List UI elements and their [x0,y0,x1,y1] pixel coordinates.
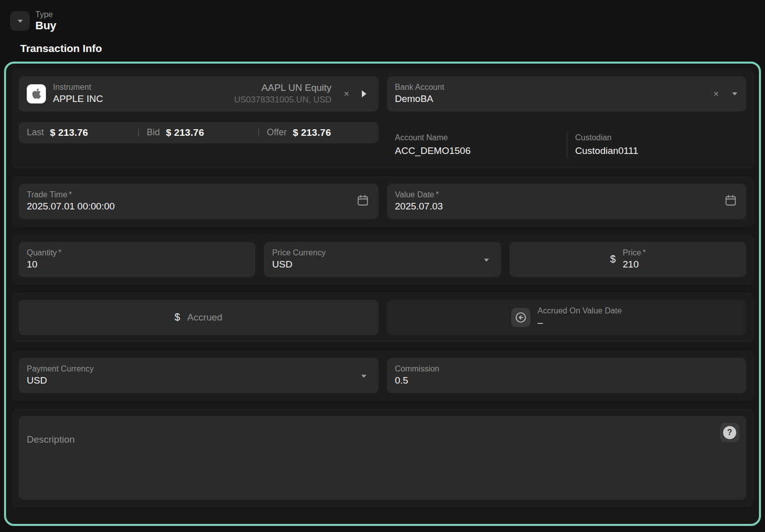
type-value: Buy [35,19,57,32]
type-display: Type Buy [35,10,57,32]
account-info-row: Account Name ACC_DEMO1506 Custodian Cust… [387,132,747,158]
quote-bid: Bid $ 213.76 [139,127,258,138]
bank-account-label: Bank Account [395,82,739,92]
custodian-value: Custodian0111 [575,144,738,158]
instrument-bank-section: Instrument APPLE INC AAPL UN Equity US03… [11,69,754,169]
accrued-field[interactable]: $ Accrued [19,300,378,335]
accrued-on-value-date-value: – [537,316,622,329]
quote-bid-value: $ 213.76 [166,127,204,138]
chevron-down-icon[interactable] [484,258,489,261]
accrued-on-value-date-field: Accrued On Value Date – [387,300,747,335]
chevron-down-icon [18,20,23,23]
price-currency-label: Price Currency [272,247,493,258]
description-section: Description ? [11,408,754,507]
value-date-label: Value Date* [395,189,739,200]
quantity-value: 10 [27,258,247,271]
account-name-label: Account Name [395,132,567,144]
market-quotes-bar: Last $ 213.76 Bid $ 213.76 Offer $ 213.7… [19,122,378,143]
instrument-column: Instrument APPLE INC AAPL UN Equity US03… [19,76,378,161]
type-label: Type [35,10,57,19]
commission-label: Commission [395,363,739,374]
custodian-block: Custodian Custodian0111 [567,132,738,158]
page-header: Type Buy Transaction Info [0,0,765,55]
accrued-on-value-date-label: Accrued On Value Date [537,305,622,316]
bank-account-clear-icon[interactable]: ✕ [713,90,719,97]
quantity-price-section: Quantity* 10 Price Currency USD $ Price*… [11,234,754,285]
instrument-codes: AAPL UN Equity US0378331005.UN, USD [234,81,332,106]
trade-time-value: 2025.07.01 00:00:00 [27,200,370,213]
help-button[interactable]: ? [720,423,739,442]
calendar-icon[interactable] [356,194,369,209]
payment-currency-label: Payment Currency [27,363,370,374]
quote-last-label: Last [27,127,44,138]
chevron-down-icon[interactable] [361,375,366,378]
quantity-label: Quantity* [27,247,247,258]
value-date-value: 2025.07.03 [395,200,739,213]
quote-offer-label: Offer [267,127,287,138]
value-date-field[interactable]: Value Date* 2025.07.03 [387,184,747,219]
calendar-icon[interactable] [724,194,737,209]
copy-back-button[interactable] [511,308,530,327]
quote-bid-label: Bid [147,127,160,138]
instrument-name: APPLE INC [53,92,103,105]
dates-section: Trade Time* 2025.07.01 00:00:00 Value Da… [11,176,754,227]
payment-commission-section: Payment Currency USD Commission 0.5 [11,350,754,401]
accrued-section: $ Accrued Accrued On Value Date – [11,292,754,343]
instrument-expand-icon[interactable] [362,90,366,97]
bank-account-value: DemoBA [395,92,739,105]
page-title: Transaction Info [20,42,765,55]
accrued-placeholder: Accrued [187,312,223,323]
quote-offer-value: $ 213.76 [293,127,331,138]
description-placeholder: Description [27,434,738,445]
instrument-field[interactable]: Instrument APPLE INC AAPL UN Equity US03… [19,76,378,112]
quote-last: Last $ 213.76 [19,127,138,138]
instrument-label: Instrument [53,82,103,92]
type-dropdown-button[interactable] [10,11,30,31]
price-value: 210 [623,258,646,271]
payment-currency-value: USD [27,374,370,387]
type-selector: Type Buy [10,10,765,32]
apple-logo-icon [27,84,46,103]
dollar-icon: $ [610,253,616,265]
bank-account-field[interactable]: Bank Account DemoBA ✕ [387,76,747,112]
price-field[interactable]: $ Price* 210 [510,242,746,277]
quantity-field[interactable]: Quantity* 10 [19,242,255,277]
bank-account-column: Bank Account DemoBA ✕ Account Name ACC_D… [387,76,747,161]
instrument-name-block: Instrument APPLE INC [53,82,103,105]
price-label: Price* [623,247,646,258]
quote-offer: Offer $ 213.76 [259,127,378,138]
question-mark-icon: ? [723,426,736,439]
price-currency-value: USD [272,258,493,271]
instrument-ticker: AAPL UN Equity [234,81,332,94]
instrument-clear-icon[interactable]: ✕ [344,90,350,97]
commission-field[interactable]: Commission 0.5 [387,358,747,393]
quote-last-value: $ 213.76 [50,127,88,138]
dollar-icon: $ [175,311,180,323]
price-currency-field[interactable]: Price Currency USD [264,242,501,277]
payment-currency-field[interactable]: Payment Currency USD [19,358,378,393]
custodian-label: Custodian [575,132,738,144]
instrument-isin: US0378331005.UN, USD [234,94,332,106]
trade-time-field[interactable]: Trade Time* 2025.07.01 00:00:00 [19,184,378,219]
transaction-panel: Instrument APPLE INC AAPL UN Equity US03… [4,62,761,526]
chevron-down-icon[interactable] [732,92,737,95]
description-textarea[interactable]: Description ? [19,416,746,500]
trade-time-label: Trade Time* [27,189,370,200]
account-name-value: ACC_DEMO1506 [395,144,567,158]
instrument-right-block: AAPL UN Equity US0378331005.UN, USD ✕ [234,81,370,106]
account-name-block: Account Name ACC_DEMO1506 [395,132,567,158]
commission-value: 0.5 [395,374,739,387]
